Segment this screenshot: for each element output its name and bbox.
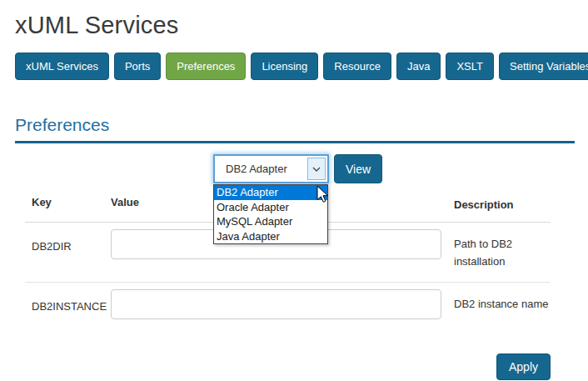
value-input-db2instance[interactable]: [111, 289, 441, 319]
chevron-down-icon[interactable]: [307, 158, 326, 180]
tab-bar: xUML Services Ports Preferences Licensin…: [15, 53, 575, 80]
adapter-toolbar: DB2 Adapter DB2 Adapter Oracle Adapter M…: [213, 154, 575, 183]
page-title: xUML Services: [15, 12, 575, 39]
tab-licensing[interactable]: Licensing: [251, 53, 318, 80]
adapter-select-wrap: DB2 Adapter DB2 Adapter Oracle Adapter M…: [213, 154, 329, 183]
page: xUML Services xUML Services Ports Prefer…: [0, 0, 588, 380]
view-button[interactable]: View: [334, 154, 382, 183]
tab-resource[interactable]: Resource: [323, 53, 391, 80]
apply-button[interactable]: Apply: [496, 353, 551, 380]
tab-preferences[interactable]: Preferences: [166, 53, 246, 80]
dropdown-option-db2[interactable]: DB2 Adapter: [214, 185, 327, 200]
dropdown-option-oracle[interactable]: Oracle Adapter: [214, 200, 327, 215]
dropdown-option-java[interactable]: Java Adapter: [214, 229, 327, 244]
table-row: DB2INSTANCE DB2 instance name: [32, 283, 575, 331]
row-key-db2dir: DB2DIR: [32, 229, 111, 253]
row-description-db2dir: Path to DB2 installation: [454, 229, 562, 270]
tab-ports[interactable]: Ports: [114, 53, 161, 80]
column-header-description: Description: [454, 196, 562, 213]
adapter-select-value: DB2 Adapter: [226, 163, 287, 175]
row-key-db2instance: DB2INSTANCE: [32, 289, 111, 313]
tab-xuml-services[interactable]: xUML Services: [15, 53, 109, 80]
section-title: Preferences: [15, 115, 575, 135]
footer: Apply: [15, 353, 575, 380]
dropdown-option-mysql[interactable]: MySQL Adapter: [214, 214, 327, 229]
tab-setting-variables[interactable]: Setting Variables: [499, 53, 588, 80]
adapter-select[interactable]: DB2 Adapter: [213, 154, 329, 183]
adapter-dropdown-list: DB2 Adapter Oracle Adapter MySQL Adapter…: [213, 184, 328, 244]
row-description-db2instance: DB2 instance name: [454, 289, 562, 313]
tab-xslt[interactable]: XSLT: [446, 53, 494, 80]
column-header-key: Key: [32, 196, 111, 213]
tab-java[interactable]: Java: [396, 53, 441, 80]
section-heading: Preferences: [15, 115, 575, 143]
